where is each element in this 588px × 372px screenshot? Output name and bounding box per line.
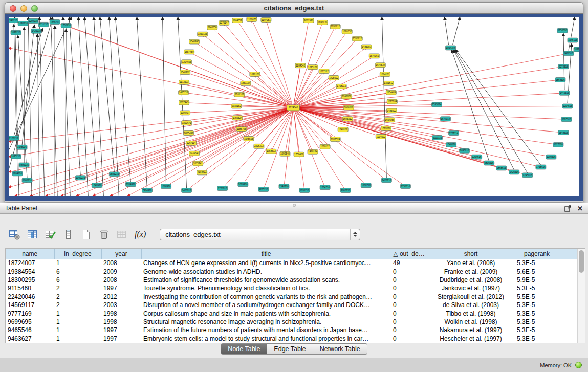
graph-node[interactable]: 1099916 (238, 182, 248, 187)
graph-node[interactable]: 7924916 (142, 188, 152, 193)
graph-node[interactable]: 2160212 (9, 136, 19, 141)
table-row[interactable]: 1456911722003Disruption of a novel membe… (6, 301, 577, 309)
column-header-short[interactable]: short (427, 249, 515, 259)
table-row[interactable]: 1830029562008Estimation of significance … (6, 276, 577, 284)
graph-node[interactable]: 1548216 (17, 145, 27, 149)
graph-node[interactable]: 1877112 (319, 69, 329, 74)
graph-node[interactable]: 1895764 (387, 99, 397, 104)
close-panel-icon[interactable]: ✕ (577, 205, 583, 212)
graph-node[interactable]: 1750462 (294, 152, 304, 157)
network-canvas[interactable]: 1687459120466515489021172533142571216374… (9, 17, 579, 196)
edit-table-button[interactable] (44, 228, 56, 240)
graph-node[interactable]: 1958612 (266, 149, 276, 154)
graph-node[interactable]: 1758616 (536, 165, 546, 169)
column-header-title[interactable]: title (141, 249, 391, 259)
column-button[interactable] (62, 228, 74, 240)
graph-node[interactable]: 1207524 (330, 137, 340, 141)
graph-node[interactable]: 1204616 (472, 155, 482, 159)
graph-node[interactable]: 2240058 (207, 25, 217, 30)
table-row[interactable]: 969969511998Structural magnetic resonanc… (6, 318, 577, 326)
graph-node[interactable]: 1868616 (496, 166, 507, 170)
table-row[interactable]: 1872400712008Changes of HCN gene express… (6, 259, 577, 267)
graph-node[interactable]: 1204516 (562, 104, 573, 108)
graph-node[interactable]: 1868210 (50, 19, 60, 24)
graph-node[interactable]: 1696108 (250, 72, 260, 77)
table-row[interactable]: 2242004622012Investigating the contribut… (6, 293, 577, 301)
graph-node[interactable]: 1868112 (343, 105, 354, 110)
graph-node[interactable]: 1695162 (308, 65, 318, 70)
column-header-out_de[interactable]: △ out_de… (391, 249, 427, 259)
table-settings-button[interactable] (8, 228, 20, 240)
graph-node[interactable]: 9205216 (258, 187, 269, 192)
function-builder-button[interactable]: f(x) (134, 230, 147, 239)
table-row[interactable]: 911546021997Tourette syndrome. Phenomeno… (6, 284, 577, 292)
graph-node[interactable]: 7924540 (189, 151, 200, 156)
graph-node[interactable]: 1172533 (179, 80, 189, 84)
column-header-in_degree[interactable]: in_degree (54, 249, 101, 259)
graph-node[interactable]: 1154469 (386, 90, 396, 95)
graph-node[interactable]: 1677524 (375, 63, 385, 68)
graph-node[interactable]: 1830671 (182, 121, 192, 125)
graph-node[interactable]: 1204542 (295, 63, 306, 68)
graph-node[interactable]: 1186706 (236, 127, 247, 132)
graph-node[interactable]: 1099510 (381, 126, 391, 131)
graph-node[interactable]: 1425712 (179, 90, 189, 95)
graph-node[interactable]: 1548995 (189, 39, 200, 44)
table-scrollbar[interactable] (577, 249, 585, 343)
graph-node[interactable]: 1426916 (182, 188, 192, 193)
graph-node[interactable]: 1425022 (329, 76, 339, 80)
graph-node[interactable]: 9505216 (109, 172, 119, 177)
graph-node[interactable]: 1758516 (557, 28, 568, 33)
graph-node[interactable]: 1186670 (247, 17, 257, 21)
graph-node[interactable]: 1204916 (125, 182, 136, 187)
graph-node[interactable]: 1548616 (446, 142, 456, 147)
tab-edge-table[interactable]: Edge Table (267, 343, 313, 355)
graph-node[interactable]: 1695212 (342, 117, 353, 121)
graph-node[interactable]: 1426210 (31, 29, 41, 33)
graph-node[interactable]: 1443516 (559, 91, 570, 95)
graph-node[interactable]: 9711210 (38, 22, 49, 27)
graph-node[interactable]: 1877163 (369, 54, 379, 58)
graph-node[interactable]: 9932182 (231, 104, 242, 108)
graph-node[interactable]: 1958212 (330, 24, 340, 29)
graph-node[interactable]: 9805216 (19, 163, 29, 167)
graph-node[interactable]: 1758716 (400, 184, 410, 189)
graph-node[interactable]: 1548916 (92, 183, 102, 188)
table-row[interactable]: 946362711997Embryonic stem cells: a mode… (6, 335, 577, 343)
graph-node[interactable]: 1548525 (244, 137, 254, 141)
graph-node[interactable]: 1758112 (336, 84, 346, 89)
graph-node[interactable]: 1758916 (217, 186, 228, 191)
graph-node[interactable]: 1750524 (232, 116, 243, 120)
graph-node[interactable]: 1099516 (574, 47, 579, 52)
graph-node[interactable]: 1548516 (558, 130, 569, 135)
graph-node[interactable]: 1677616 (553, 142, 563, 147)
graph-node[interactable]: 1426516 (563, 51, 574, 56)
graph-node[interactable]: 1558212 (352, 36, 362, 41)
graph-node[interactable]: 1099616 (546, 155, 556, 159)
graph-node[interactable]: 1197381 (261, 17, 271, 22)
table-row[interactable]: 946554611997Estimation of the future num… (6, 326, 577, 334)
graph-node[interactable]: 1724040 (287, 105, 299, 111)
memory-status-indicator[interactable] (575, 362, 582, 368)
window-titlebar[interactable]: citations_edges.txt (5, 2, 583, 14)
graph-node[interactable]: 1204716 (320, 185, 330, 190)
tab-network-table[interactable]: Network Table (313, 343, 367, 355)
graph-node[interactable]: 1426616 (509, 170, 519, 174)
graph-node[interactable]: 1075341 (193, 161, 203, 166)
graph-node[interactable]: 1548716 (279, 184, 289, 189)
graph-node[interactable]: 1758210 (61, 23, 71, 28)
graph-node[interactable]: 9272516 (558, 64, 569, 69)
graph-node[interactable]: 9245016 (522, 173, 533, 178)
graph-node[interactable]: 1695616 (460, 148, 470, 153)
graph-node[interactable]: 1868716 (361, 183, 371, 188)
graph-node[interactable]: 9805616 (484, 161, 494, 165)
table-scrollbar-thumb[interactable] (579, 250, 584, 273)
graph-node[interactable]: 1696136 (317, 20, 328, 25)
new-table-button[interactable] (80, 228, 92, 240)
graph-node[interactable]: 1664958 (384, 118, 395, 122)
graph-node[interactable]: 1463144 (197, 170, 207, 175)
table-row[interactable]: 1938455462009Genome-wide association stu… (6, 267, 577, 275)
graph-node[interactable]: 1241602 (341, 94, 352, 99)
graph-node[interactable]: 1426124 (308, 149, 318, 154)
graph-node[interactable]: 1664059 (232, 18, 243, 23)
